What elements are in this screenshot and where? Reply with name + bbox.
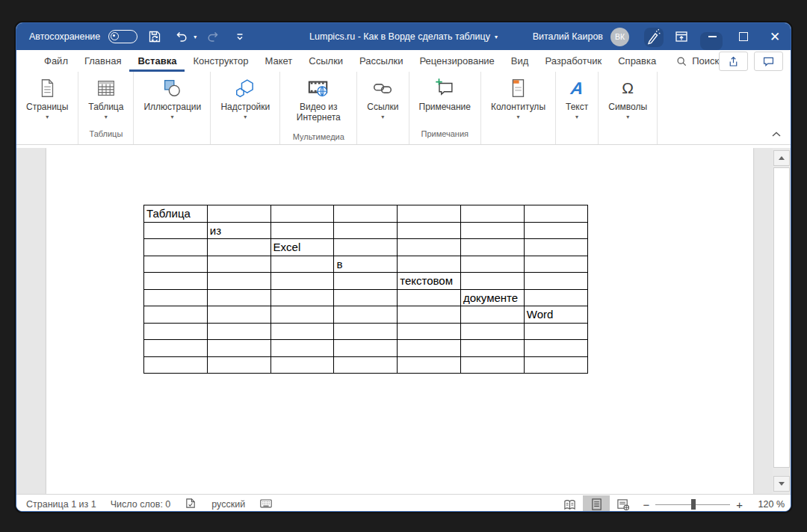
table-cell[interactable] [460,323,524,340]
tab-7[interactable]: Рецензирование [411,50,502,72]
dropdown-arrow-icon[interactable]: ▾ [46,114,49,121]
collapse-ribbon-icon[interactable] [771,129,782,142]
table-cell[interactable] [524,222,587,239]
customize-quick-access-icon[interactable] [231,27,249,46]
table-cell[interactable] [144,256,208,273]
table-cell[interactable] [207,239,270,256]
dropdown-arrow-icon[interactable]: ▾ [170,114,173,121]
ribbon-button-new-comment[interactable]: Примечание [416,74,474,129]
table-cell[interactable] [524,239,587,256]
table-cell[interactable] [460,273,524,290]
table-cell[interactable] [334,273,398,290]
dropdown-arrow-icon[interactable]: ▾ [105,114,108,121]
table-cell[interactable] [270,340,334,357]
share-button[interactable] [719,52,748,71]
table-cell[interactable] [270,289,334,306]
tab-9[interactable]: Разработчик [537,50,610,72]
search-box[interactable]: Поиск [676,50,719,72]
table-cell[interactable] [207,205,270,223]
tab-3[interactable]: Конструктор [185,50,256,72]
table-cell[interactable] [460,256,524,273]
zoom-slider-thumb[interactable] [691,499,696,510]
table-cell[interactable] [398,256,461,273]
scroll-down-icon[interactable] [773,476,790,492]
table-cell[interactable] [334,239,398,256]
tab-0[interactable]: Файл [36,50,76,72]
avatar[interactable]: ВК [610,28,629,46]
title-dropdown-icon[interactable]: ▾ [495,34,498,40]
tab-10[interactable]: Справка [610,50,664,72]
table-cell[interactable] [334,222,398,239]
table-cell[interactable] [524,256,587,273]
table-cell[interactable]: текстовом [398,273,461,290]
tab-2[interactable]: Вставка [129,50,185,72]
table-cell[interactable] [270,306,334,324]
table-cell[interactable] [334,306,398,324]
table-cell[interactable]: Таблица [144,205,208,223]
keyboard-icon[interactable] [259,498,273,511]
table-cell[interactable] [524,273,587,290]
table-cell[interactable] [460,356,524,374]
table-cell[interactable] [334,356,398,374]
table-cell[interactable] [144,323,208,340]
table-cell[interactable] [524,356,587,374]
minimize-button[interactable] [696,23,728,50]
tab-5[interactable]: Ссылки [300,50,351,72]
table-cell[interactable] [398,340,461,357]
table-cell[interactable] [144,356,208,374]
table-cell[interactable] [334,323,398,340]
table-cell[interactable] [524,205,587,223]
scroll-up-icon[interactable] [773,150,790,166]
web-layout-button[interactable] [610,495,637,512]
tab-1[interactable]: Главная [76,50,129,72]
autosave-toggle[interactable] [108,30,137,43]
ribbon-button-text[interactable]: AТекст▾ [563,74,591,129]
ribbon-display-options-icon[interactable] [667,23,696,50]
table-cell[interactable] [398,306,461,324]
comments-button[interactable] [754,52,783,71]
table-cell[interactable] [207,256,270,273]
scrollbar-thumb[interactable] [773,167,790,468]
table-cell[interactable] [207,289,270,306]
table-cell[interactable] [270,205,334,223]
table-cell[interactable] [334,289,398,306]
table-cell[interactable] [460,222,524,239]
close-button[interactable]: ✕ [759,23,791,50]
table-cell[interactable] [270,222,334,239]
vertical-scrollbar[interactable] [773,148,789,494]
dropdown-arrow-icon[interactable]: ▾ [244,114,247,121]
table-cell[interactable] [398,222,461,239]
tab-8[interactable]: Вид [503,50,537,72]
zoom-in-button[interactable]: + [730,498,749,511]
tab-6[interactable]: Рассылки [351,50,411,72]
table-cell[interactable] [460,239,524,256]
dropdown-arrow-icon[interactable]: ▾ [575,114,578,121]
print-layout-button[interactable] [583,495,610,512]
table-cell[interactable] [144,222,208,239]
table-cell[interactable] [460,340,524,357]
table-cell[interactable] [398,239,461,256]
document-title-text[interactable]: Lumpics.ru - Как в Ворде сделать таблицу [309,31,490,42]
ribbon-button-links[interactable]: Ссылки▾ [364,74,401,129]
table-cell[interactable] [398,323,461,340]
document-page[interactable]: ТаблицаизExcelвтекстовомдокументеWord [46,148,753,494]
tab-4[interactable]: Макет [257,50,301,72]
ribbon-button-pages[interactable]: Страницы▾ [23,74,71,129]
zoom-slider[interactable] [655,495,730,512]
maximize-button[interactable] [728,23,759,50]
dropdown-arrow-icon[interactable]: ▾ [381,114,384,121]
ribbon-button-header-footer[interactable]: Колонтитулы▾ [488,74,548,129]
table-cell[interactable]: из [207,222,270,239]
ink-pen-icon[interactable] [640,23,667,50]
page-indicator[interactable]: Страница 1 из 1 [26,499,96,510]
undo-dropdown-icon[interactable]: ▾ [194,34,197,40]
table-cell[interactable] [524,323,587,340]
table-cell[interactable] [144,306,208,324]
table-cell[interactable] [398,205,461,223]
proofing-icon[interactable] [185,497,197,512]
table-cell[interactable]: Excel [270,239,334,256]
table-cell[interactable] [270,356,334,374]
table-cell[interactable] [207,323,270,340]
zoom-level[interactable]: 120 % [749,499,785,510]
table-cell[interactable] [524,340,587,357]
